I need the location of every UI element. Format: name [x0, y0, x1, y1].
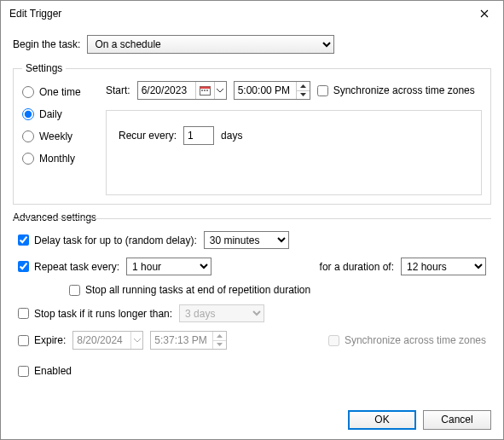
expire-time-picker	[150, 331, 227, 350]
expire-time-input	[151, 332, 212, 349]
chevron-down-icon[interactable]	[297, 90, 310, 100]
svg-rect-1	[200, 87, 210, 90]
expire-sync-tz-checkbox: Synchronize across time zones	[328, 334, 486, 346]
button-bar: OK Cancel	[1, 400, 503, 439]
radio-daily[interactable]: Daily	[22, 108, 96, 120]
close-icon[interactable]	[472, 4, 496, 23]
chevron-up-icon[interactable]	[297, 82, 310, 90]
titlebar: Edit Trigger	[1, 1, 503, 26]
repeat-duration-select[interactable]: 12 hours	[401, 258, 486, 275]
expire-date-input	[73, 332, 130, 349]
start-time-picker[interactable]	[234, 81, 310, 100]
radio-weekly[interactable]: Weekly	[22, 130, 96, 142]
sync-timezones-checkbox[interactable]: Synchronize across time zones	[317, 84, 475, 96]
expire-checkbox[interactable]: Expire:	[18, 334, 66, 346]
start-label: Start:	[106, 84, 130, 96]
settings-legend: Settings	[22, 62, 66, 74]
start-date-picker[interactable]	[137, 81, 227, 100]
advanced-settings-group: Delay task for up to (random delay): 30 …	[13, 218, 491, 382]
recur-value-input[interactable]	[183, 126, 214, 145]
repeat-interval-select[interactable]: 1 hour	[126, 258, 211, 275]
chevron-down-icon	[130, 332, 142, 349]
recur-label: Recur every:	[119, 130, 177, 142]
delay-checkbox[interactable]: Delay task for up to (random delay):	[18, 234, 197, 246]
stop-all-checkbox[interactable]: Stop all running tasks at end of repetit…	[69, 284, 310, 296]
ok-button[interactable]: OK	[348, 410, 416, 430]
chevron-up-icon	[213, 332, 226, 340]
radio-one-time[interactable]: One time	[22, 86, 96, 98]
settings-group: Settings One time Daily Weekly Monthly S…	[13, 62, 491, 205]
repeat-duration-label: for a duration of:	[320, 261, 394, 273]
window-title: Edit Trigger	[9, 8, 61, 20]
expire-date-picker	[72, 331, 143, 350]
begin-task-select[interactable]: On a schedule	[87, 35, 334, 54]
svg-rect-2	[201, 90, 203, 91]
recur-box: Recur every: days	[106, 110, 482, 195]
radio-monthly[interactable]: Monthly	[22, 153, 96, 165]
cancel-button[interactable]: Cancel	[423, 410, 491, 430]
svg-rect-3	[204, 90, 206, 91]
enabled-checkbox[interactable]: Enabled	[18, 365, 72, 377]
repeat-checkbox[interactable]: Repeat task every:	[18, 261, 119, 273]
delay-select[interactable]: 30 minutes	[204, 231, 289, 249]
svg-rect-4	[206, 90, 208, 91]
calendar-icon[interactable]	[195, 82, 214, 99]
stop-longer-checkbox[interactable]: Stop task if it runs longer than:	[18, 308, 172, 320]
start-date-input[interactable]	[138, 82, 195, 99]
chevron-down-icon[interactable]	[214, 82, 226, 99]
stop-longer-select: 3 days	[179, 304, 264, 322]
chevron-down-icon	[213, 340, 226, 350]
edit-trigger-dialog: Edit Trigger Begin the task: On a schedu…	[0, 0, 504, 440]
begin-task-label: Begin the task:	[13, 38, 80, 50]
start-time-input[interactable]	[235, 82, 296, 99]
recur-unit: days	[221, 130, 242, 142]
